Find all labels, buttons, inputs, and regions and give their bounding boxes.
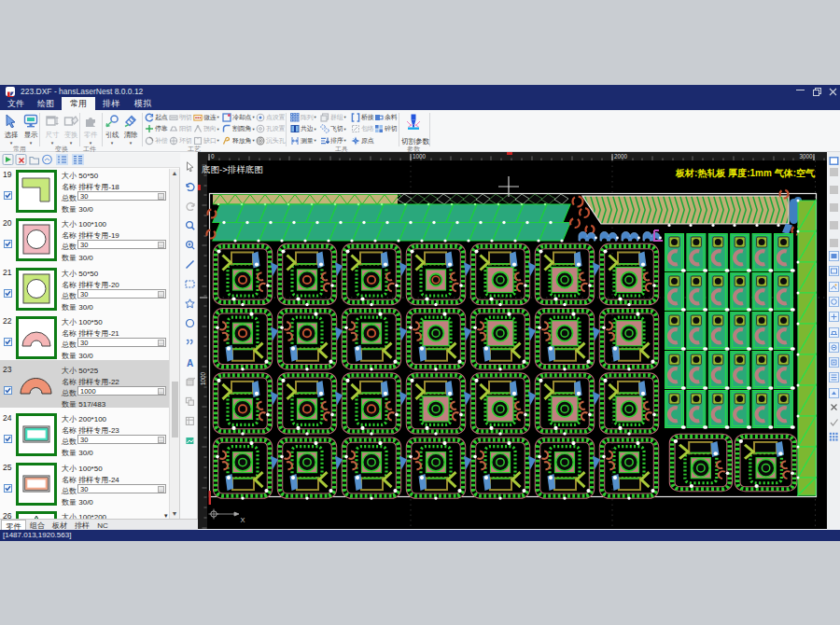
svg-text:板材:热轧板 厚度:1mm 气体:空气: 板材:热轧板 厚度:1mm 气体:空气: [675, 168, 815, 178]
svg-text:1000: 1000: [413, 153, 427, 160]
svg-text:1000: 1000: [200, 371, 206, 385]
svg-text:0: 0: [211, 153, 215, 160]
svg-text:A: A: [187, 358, 193, 368]
svg-text:底图->排样底图: 底图->排样底图: [202, 164, 263, 174]
svg-text:3000: 3000: [800, 153, 814, 160]
svg-text:2000: 2000: [614, 153, 628, 160]
svg-text:X: X: [241, 516, 245, 524]
